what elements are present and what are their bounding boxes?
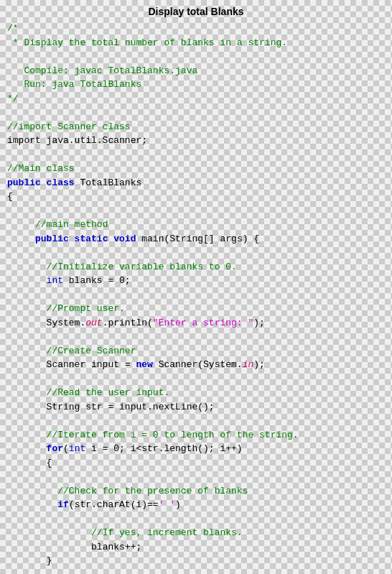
page-title: Display total Blanks (7, 6, 385, 17)
code-block: /* * Display the total number of blanks … (7, 22, 385, 574)
